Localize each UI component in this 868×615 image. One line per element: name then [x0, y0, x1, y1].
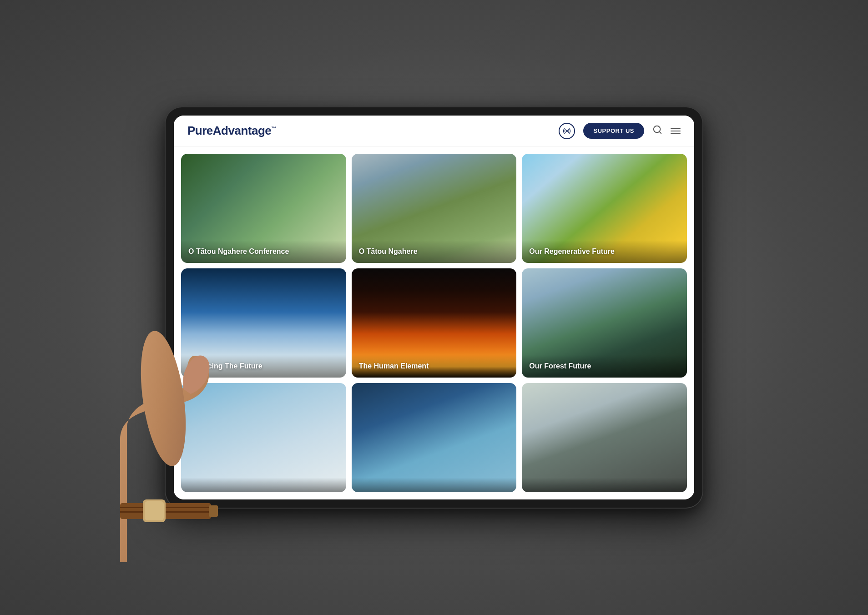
- support-us-button[interactable]: SUPPORT US: [583, 123, 644, 139]
- svg-point-0: [566, 130, 568, 131]
- podcast-icon-button[interactable]: [559, 123, 575, 139]
- grid-item-6-label: Our Forest Future: [522, 355, 687, 378]
- hamburger-menu-icon[interactable]: [671, 128, 681, 134]
- grid-item-8[interactable]: [352, 383, 517, 492]
- grid-item-8-label: [352, 478, 517, 492]
- grid-item-2-label: O Tātou Ngahere: [352, 240, 517, 263]
- logo[interactable]: PureAdvantage™: [187, 124, 276, 138]
- svg-rect-8: [145, 501, 164, 520]
- svg-rect-9: [209, 505, 218, 517]
- grid-item-3-label: Our Regenerative Future: [522, 240, 687, 263]
- logo-bold: Advantage: [213, 124, 271, 137]
- hand-illustration: [93, 280, 284, 562]
- grid-item-5[interactable]: The Human Element: [352, 268, 517, 378]
- grid-item-9[interactable]: [522, 383, 687, 492]
- grid-item-9-label: [522, 478, 687, 492]
- search-icon[interactable]: [652, 125, 662, 137]
- grid-item-1-label: O Tātou Ngahere Conference: [181, 240, 346, 263]
- grid-item-3[interactable]: Our Regenerative Future: [522, 154, 687, 263]
- logo-tm: ™: [271, 126, 276, 131]
- grid-item-5-label: The Human Element: [352, 355, 517, 378]
- tablet-container: PureAdvantage™ SUPPORT US: [166, 107, 702, 508]
- header-nav: SUPPORT US: [559, 123, 681, 139]
- grid-item-2[interactable]: O Tātou Ngahere: [352, 154, 517, 263]
- app-header: PureAdvantage™ SUPPORT US: [174, 116, 694, 146]
- logo-plain: Pure: [187, 124, 213, 137]
- svg-line-2: [659, 131, 661, 133]
- grid-item-6[interactable]: Our Forest Future: [522, 268, 687, 378]
- grid-item-1[interactable]: O Tātou Ngahere Conference: [181, 154, 346, 263]
